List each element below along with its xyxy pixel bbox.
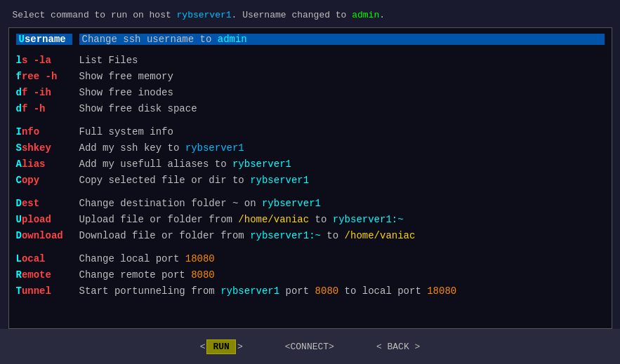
dest-row[interactable]: Dest Change destination folder ~ on rybs… xyxy=(16,196,605,211)
local-row[interactable]: Local Change local port 18080 xyxy=(16,252,605,267)
command-panel: Username Change ssh username to admin ls… xyxy=(8,27,612,329)
upload-label: Upload xyxy=(16,213,79,227)
download-desc: Download file or folder from rybserver1:… xyxy=(79,229,416,243)
info-row[interactable]: Info Full system info xyxy=(16,125,605,140)
sshkey-label: Sshkey xyxy=(16,141,79,156)
copy-row[interactable]: Copy Copy selected file or dir to rybser… xyxy=(16,173,605,188)
username-label: Username xyxy=(16,34,72,45)
copy-desc: Copy selected file or dir to rybserver1 xyxy=(79,173,310,188)
sshkey-desc: Add my ssh key to rybserver1 xyxy=(79,141,244,156)
back-button[interactable]: < BACK > xyxy=(376,342,420,352)
toolbar: < RUN > <CONNECT> < BACK > xyxy=(0,329,620,364)
free-row[interactable]: free -h Show free memory xyxy=(16,69,605,84)
alias-row[interactable]: Alias Add my usefull aliases to rybserve… xyxy=(16,157,605,172)
df-h-row[interactable]: df -h Show free disk space xyxy=(16,102,605,116)
message-mid: . Username changed to xyxy=(232,10,352,20)
message-suffix: . xyxy=(379,10,385,20)
tunnel-row[interactable]: Tunnel Start portunneling from rybserver… xyxy=(16,284,605,299)
run-button[interactable]: < RUN > xyxy=(200,339,243,354)
df-h-desc: Show free disk space xyxy=(79,102,197,116)
ls-desc: List Files xyxy=(79,53,138,68)
username-value: admin xyxy=(352,10,379,20)
df-h-label: df -h xyxy=(16,102,79,116)
remote-row[interactable]: Remote Change remote port 8080 xyxy=(16,268,605,283)
dest-label: Dest xyxy=(16,196,79,211)
username-row[interactable]: Username Change ssh username to admin xyxy=(16,34,605,45)
upload-row[interactable]: Upload Upload file or folder from /home/… xyxy=(16,213,605,227)
remote-desc: Change remote port 8080 xyxy=(79,268,215,283)
info-label: Info xyxy=(16,125,79,140)
alias-desc: Add my usefull aliases to rybserver1 xyxy=(79,157,291,172)
run-arrow-left: < xyxy=(200,342,206,352)
username-desc: Change ssh username to admin xyxy=(79,34,605,45)
df-ih-desc: Show free inodes xyxy=(79,86,173,100)
run-label[interactable]: RUN xyxy=(206,339,235,354)
download-label: Download xyxy=(16,229,79,243)
df-ih-row[interactable]: df -ih Show free inodes xyxy=(16,86,605,100)
df-ih-label: df -ih xyxy=(16,86,79,100)
copy-label: Copy xyxy=(16,173,79,188)
sshkey-row[interactable]: Sshkey Add my ssh key to rybserver1 xyxy=(16,141,605,156)
run-arrow-right: > xyxy=(237,342,243,352)
tunnel-label: Tunnel xyxy=(16,284,79,299)
hostname: rybserver1 xyxy=(177,10,232,20)
download-row[interactable]: Download Download file or folder from ry… xyxy=(16,229,605,243)
message-prefix: Select command to run on host xyxy=(13,10,177,20)
tunnel-desc: Start portunneling from rybserver1 port … xyxy=(79,284,457,299)
header-message: Select command to run on host rybserver1… xyxy=(8,7,612,23)
dest-desc: Change destination folder ~ on rybserver… xyxy=(79,196,321,211)
connect-button[interactable]: <CONNECT> xyxy=(285,342,334,352)
upload-desc: Upload file or folder from /home/vaniac … xyxy=(79,213,404,227)
local-label: Local xyxy=(16,252,79,267)
local-desc: Change local port 18080 xyxy=(79,252,215,267)
free-label: free -h xyxy=(16,69,79,84)
ls-label: ls -la xyxy=(16,53,79,68)
username-desc-value: admin xyxy=(218,34,247,45)
info-desc: Full system info xyxy=(79,125,173,140)
ls-row[interactable]: ls -la List Files xyxy=(16,53,605,68)
alias-label: Alias xyxy=(16,157,79,172)
remote-label: Remote xyxy=(16,268,79,283)
free-desc: Show free memory xyxy=(79,69,173,84)
